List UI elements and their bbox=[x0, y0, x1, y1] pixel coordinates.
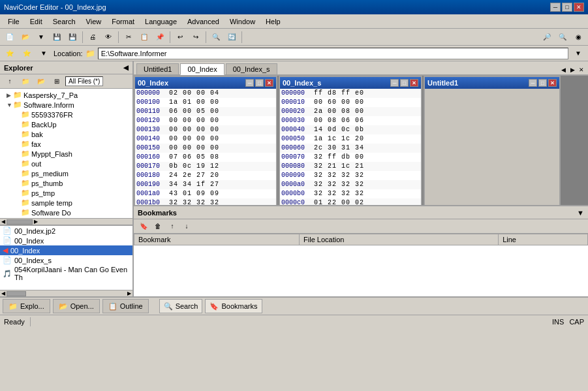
tab-prev-button[interactable]: ◀ bbox=[559, 65, 567, 74]
explorer-collapse-icon[interactable]: ◀ bbox=[123, 64, 129, 71]
redo-button[interactable]: ↪ bbox=[189, 31, 203, 44]
bookmarks-table-container[interactable]: Bookmark File Location Line bbox=[134, 234, 588, 296]
scroll-left-2[interactable]: ◀ bbox=[0, 290, 7, 297]
print-button[interactable]: 🖨 bbox=[85, 31, 100, 44]
menu-language[interactable]: Language bbox=[140, 16, 182, 27]
bottom-tab-explorer[interactable]: 📁 Explo... bbox=[3, 299, 50, 313]
menu-view[interactable]: View bbox=[81, 16, 107, 27]
save-all-button[interactable]: 💾 bbox=[65, 31, 80, 44]
star-button[interactable]: ⭐ bbox=[20, 47, 34, 60]
find-button[interactable]: 🔍 bbox=[209, 31, 223, 44]
tree-item[interactable]: 📁 ps_tmp bbox=[0, 188, 132, 198]
open-file-item-active[interactable]: ◀ 00_Index bbox=[0, 245, 132, 255]
bookmarks-header: Bookmarks ▼ bbox=[134, 206, 588, 219]
explorer-up-button[interactable]: ↑ bbox=[3, 75, 17, 88]
doc-s-max-button[interactable]: □ bbox=[400, 79, 409, 87]
explorer-all-files[interactable]: ⊞ bbox=[50, 75, 64, 88]
cut-button[interactable]: ✂ bbox=[121, 31, 136, 44]
back-button[interactable]: ⭐ bbox=[3, 47, 17, 60]
doc-max-button[interactable]: □ bbox=[255, 79, 264, 87]
bk-remove-button[interactable]: 🗑 bbox=[151, 220, 165, 233]
untitled-content[interactable] bbox=[425, 89, 559, 205]
save-button[interactable]: 💾 bbox=[50, 31, 64, 44]
tree-item[interactable]: 📁 bak bbox=[0, 129, 132, 139]
doc-min-button[interactable]: ─ bbox=[245, 79, 254, 87]
menu-search[interactable]: Search bbox=[48, 16, 81, 27]
scroll-right-2[interactable]: ▶ bbox=[126, 290, 132, 297]
tab-close-button[interactable]: ✕ bbox=[578, 65, 585, 74]
replace-button[interactable]: 🔄 bbox=[224, 31, 239, 44]
scroll-thumb-2[interactable] bbox=[7, 291, 26, 296]
menu-file[interactable]: File bbox=[3, 16, 25, 27]
open-files-hscroll[interactable]: ◀ ▶ bbox=[0, 290, 132, 296]
explorer-hscroll[interactable]: ◀ ▶ bbox=[0, 218, 132, 225]
bookmarks-bottom-tab[interactable]: 🔖 Bookmarks bbox=[205, 299, 262, 313]
close-button[interactable]: ✕ bbox=[574, 3, 584, 12]
open-file-item[interactable]: 📄 00_Index.jp2 bbox=[0, 226, 132, 236]
open-file-item[interactable]: 📄 00_Index_s bbox=[0, 255, 132, 265]
file-filter[interactable]: All Files (*) bbox=[65, 76, 103, 86]
menu-window[interactable]: Window bbox=[224, 16, 260, 27]
doc-u1-close-button[interactable]: ✕ bbox=[548, 79, 557, 87]
tree-item[interactable]: 📁 BackUp bbox=[0, 119, 132, 129]
address-bar: ⭐ ⭐ ▼ Location: 📁 ▼ bbox=[0, 46, 588, 61]
search-bottom-tab[interactable]: 🔍 Search bbox=[159, 299, 203, 313]
tree-item[interactable]: 📁 Software Do bbox=[0, 208, 132, 217]
bk-up-button[interactable]: ↑ bbox=[165, 220, 179, 233]
open-dropdown[interactable]: ▼ bbox=[34, 31, 48, 44]
doc-s-close-button[interactable]: ✕ bbox=[410, 79, 418, 87]
scroll-left[interactable]: ◀ bbox=[0, 219, 7, 225]
bottom-tab-outline[interactable]: 📋 Outline bbox=[102, 299, 149, 313]
tab-next-button[interactable]: ▶ bbox=[568, 65, 576, 74]
hex-view-00index[interactable]: 000000 02 00 00 04 000100 1a 01 00 00 00… bbox=[135, 89, 276, 205]
minimize-button[interactable]: ─ bbox=[550, 3, 561, 12]
doc-untitled1-title-bar: Untitled1 ─ □ ✕ bbox=[425, 77, 559, 89]
status-text: Ready bbox=[4, 318, 25, 326]
doc-close-button[interactable]: ✕ bbox=[265, 79, 273, 87]
view-button[interactable]: ◉ bbox=[571, 31, 585, 44]
open-button[interactable]: 📂 bbox=[18, 31, 33, 44]
tree-item[interactable]: 📁 sample temp bbox=[0, 198, 132, 208]
tab-00index[interactable]: 00_Index bbox=[180, 63, 224, 75]
undo-button[interactable]: ↩ bbox=[173, 31, 187, 44]
bk-down-button[interactable]: ↓ bbox=[179, 220, 194, 233]
new-button[interactable]: 📄 bbox=[3, 31, 17, 44]
doc-00index-s-controls: ─ □ ✕ bbox=[390, 79, 418, 87]
tab-untitled1[interactable]: Untitled1 bbox=[136, 63, 179, 74]
zoom-in-button[interactable]: 🔎 bbox=[540, 31, 554, 44]
bookmarks-collapse-icon[interactable]: ▼ bbox=[577, 209, 584, 217]
menu-advanced[interactable]: Advanced bbox=[182, 16, 224, 27]
doc-u1-max-button[interactable]: □ bbox=[538, 79, 547, 87]
menu-edit[interactable]: Edit bbox=[25, 16, 48, 27]
tree-item[interactable]: ▼ 📁 Software.Inform bbox=[0, 100, 132, 110]
paste-button[interactable]: 📌 bbox=[153, 31, 167, 44]
scroll-thumb[interactable] bbox=[7, 219, 33, 225]
tree-item[interactable]: 📁 ps_thumb bbox=[0, 178, 132, 188]
doc-u1-min-button[interactable]: ─ bbox=[529, 79, 537, 87]
open-file-item[interactable]: 🎵 054KorpilJaani - Man Can Go Even Th bbox=[0, 265, 132, 282]
menu-format[interactable]: Format bbox=[106, 16, 140, 27]
bottom-tab-open[interactable]: 📂 Open... bbox=[53, 299, 100, 313]
tree-item[interactable]: 📁 Myppt_Flash bbox=[0, 149, 132, 159]
doc-s-min-button[interactable]: ─ bbox=[390, 79, 399, 87]
explorer-new-folder[interactable]: 📂 bbox=[34, 75, 48, 88]
tree-item[interactable]: 📁 out bbox=[0, 159, 132, 168]
scroll-right[interactable]: ▶ bbox=[33, 219, 39, 225]
copy-button[interactable]: 📋 bbox=[137, 31, 151, 44]
tree-item[interactable]: 📁 ps_medium bbox=[0, 168, 132, 178]
bk-add-button[interactable]: 🔖 bbox=[136, 220, 151, 233]
open-file-item[interactable]: 📄 00_Index bbox=[0, 236, 132, 245]
explorer-folder-button[interactable]: 📁 bbox=[18, 75, 33, 88]
address-input[interactable] bbox=[98, 48, 568, 59]
tree-item[interactable]: 📁 fax bbox=[0, 139, 132, 149]
zoom-out-button[interactable]: 🔍 bbox=[555, 31, 570, 44]
menu-help[interactable]: Help bbox=[260, 16, 286, 27]
go-button[interactable]: ▼ bbox=[571, 47, 585, 60]
tree-item[interactable]: 📁 55593376FR bbox=[0, 110, 132, 119]
dropdown-arrow[interactable]: ▼ bbox=[37, 47, 51, 60]
maximize-button[interactable]: □ bbox=[562, 3, 572, 12]
tree-item[interactable]: ▶ 📁 Kaspersky_7_Pa bbox=[0, 90, 132, 100]
tab-00index-s[interactable]: 00_Index_s bbox=[226, 63, 277, 74]
hex-view-00index-s[interactable]: 000000 ff d8 ff e0 000010 00 60 00 00 00… bbox=[280, 89, 421, 205]
print-preview[interactable]: 👁 bbox=[101, 31, 116, 44]
